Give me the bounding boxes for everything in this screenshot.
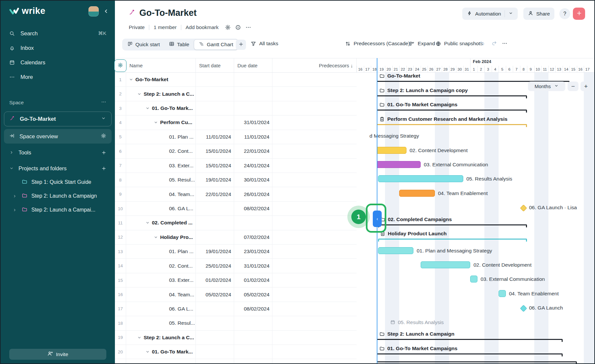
sidebar-project-item[interactable]: Step 2: Launch a Campaign — [1, 189, 115, 203]
start-date-cell[interactable]: 11/01/2024 — [196, 130, 234, 144]
summary-bar[interactable] — [377, 353, 563, 356]
predecessors-cell[interactable] — [272, 230, 357, 244]
due-date-cell[interactable]: 22/01/2024 — [234, 144, 272, 158]
table-row[interactable]: 1402. Cont...25/01/202431/01/2024 — [115, 259, 357, 273]
table-row[interactable]: 301. Go-To Mark... — [115, 101, 357, 116]
due-date-cell[interactable]: 08/02/2024 — [234, 302, 272, 316]
task-name-cell[interactable]: 01. Go-To Mark... — [126, 101, 196, 115]
start-date-cell[interactable]: 01/02/2024 — [196, 273, 234, 287]
gantt-bar[interactable] — [470, 276, 477, 282]
table-row[interactable]: 2001. Go-To Mark... — [115, 345, 357, 359]
expand-button[interactable]: Expand — [409, 41, 435, 47]
task-name-cell[interactable]: 04. Team... — [126, 287, 196, 301]
settings-gear-icon[interactable] — [225, 24, 231, 30]
predecessors-cell[interactable] — [272, 101, 357, 115]
sidebar-project-item[interactable]: Step 2: Launch a Campai... — [1, 203, 115, 217]
summary-bar[interactable] — [378, 224, 527, 227]
sidebar-collapse-button[interactable] — [103, 8, 109, 16]
redo-button[interactable] — [491, 41, 497, 46]
task-name-cell[interactable]: 01. Go-To Mark... — [126, 345, 196, 359]
due-date-cell[interactable] — [234, 359, 272, 363]
summary-bar[interactable] — [377, 361, 577, 363]
predecessors-cell[interactable] — [272, 345, 357, 359]
task-name-cell[interactable]: Perform Cu... — [126, 116, 196, 129]
table-row[interactable]: 1503. Exter...01/02/202401/02/2024 — [115, 273, 357, 287]
gantt-bar[interactable] — [378, 247, 414, 254]
due-date-cell[interactable]: 31/01/2024 — [234, 116, 272, 129]
task-name-cell[interactable]: 03. Exter... — [126, 159, 196, 173]
tab-quick-start[interactable]: Quick start — [123, 39, 164, 50]
automation-button[interactable]: Automation — [462, 8, 518, 20]
predecessors-cell[interactable] — [272, 359, 357, 363]
gantt-bar[interactable] — [421, 261, 471, 268]
due-date-cell[interactable]: 01/02/2024 — [234, 273, 272, 287]
task-name-cell[interactable]: 05. Resul... — [126, 173, 196, 187]
due-date-cell[interactable] — [234, 316, 272, 330]
predecessors-cell[interactable] — [272, 159, 357, 173]
table-row[interactable]: 602. Cont...15/01/202422/01/2024 — [115, 144, 357, 158]
chevron-down-icon[interactable] — [508, 11, 513, 17]
due-date-cell[interactable] — [234, 101, 272, 115]
predecessors-cell[interactable] — [272, 331, 357, 345]
gear-icon[interactable] — [101, 133, 106, 140]
start-date-cell[interactable] — [196, 316, 234, 330]
start-date-cell[interactable] — [196, 331, 234, 345]
summary-bar[interactable] — [377, 95, 527, 98]
start-date-cell[interactable] — [196, 202, 234, 215]
start-date-cell[interactable] — [196, 345, 234, 359]
table-row[interactable]: 805. Resul...19/01/202430/01/2024 — [115, 173, 357, 187]
sidebar-item-tools[interactable]: Tools — [1, 146, 115, 159]
due-date-cell[interactable]: 08/02/2024 — [234, 202, 272, 215]
predecessors-cell[interactable] — [272, 130, 357, 144]
due-date-cell[interactable]: 07/02/2024 — [234, 230, 272, 244]
sidebar-item-projects-and-folders[interactable]: Projects and folders — [1, 161, 115, 175]
help-button[interactable]: ? — [559, 8, 570, 19]
task-name-cell[interactable]: 06. GA L... — [126, 202, 196, 215]
table-row[interactable]: 1006. GA L...08/02/2024 — [115, 202, 357, 216]
task-name-cell[interactable] — [126, 359, 196, 363]
due-date-cell[interactable]: 31/01/2024 — [234, 259, 272, 273]
invite-button[interactable]: Invite — [9, 349, 106, 360]
table-row[interactable]: 1805. Resul... — [115, 316, 357, 330]
gantt-bar[interactable] — [377, 161, 421, 168]
gantt-bar[interactable] — [399, 190, 435, 197]
table-row[interactable]: 904. Team...22/01/202426/01/2024 — [115, 187, 357, 201]
space-selector[interactable]: Go-To-Market — [4, 112, 112, 126]
column-header-due-date[interactable]: Due date — [234, 58, 272, 72]
due-date-cell[interactable] — [234, 345, 272, 359]
table-row[interactable]: 1102. Completed ... — [115, 216, 357, 230]
task-name-cell[interactable]: 06. GA L... — [126, 302, 196, 316]
add-button[interactable] — [573, 8, 585, 20]
user-avatar[interactable] — [88, 6, 99, 17]
predecessors-cell[interactable] — [272, 144, 357, 158]
zoom-level-select[interactable]: Months — [528, 82, 565, 91]
start-date-cell[interactable] — [196, 101, 234, 115]
due-date-cell[interactable]: 26/01/2024 — [234, 187, 272, 201]
table-row[interactable] — [115, 359, 357, 363]
table-row[interactable]: 2Step 2: Launch a C... — [115, 87, 357, 101]
table-row[interactable]: 4Perform Cu...31/01/2024 — [115, 116, 357, 130]
start-date-cell[interactable]: 22/01/2024 — [196, 187, 234, 201]
column-header-name[interactable]: Name — [126, 58, 196, 72]
start-date-cell[interactable] — [196, 216, 234, 230]
predecessors-cell[interactable] — [272, 302, 357, 316]
table-row[interactable]: 1Go-To-Market — [115, 73, 357, 87]
sidebar-item-more[interactable]: More — [1, 70, 115, 84]
start-date-cell[interactable] — [196, 230, 234, 244]
filter-all-tasks-button[interactable]: All tasks — [251, 41, 278, 47]
public-snapshots-button[interactable]: Public snapshots — [436, 41, 483, 47]
due-date-cell[interactable]: 24/01/2024 — [234, 159, 272, 173]
column-settings-button[interactable] — [114, 59, 126, 72]
task-name-cell[interactable]: Step 2: Launch a C... — [126, 331, 196, 345]
gantt-bar[interactable] — [377, 147, 406, 154]
info-icon[interactable] — [235, 24, 241, 30]
due-date-cell[interactable] — [234, 216, 272, 230]
task-name-cell[interactable]: 03. Exter... — [126, 273, 196, 287]
task-name-cell[interactable]: 04. Team... — [126, 187, 196, 201]
start-date-cell[interactable]: 05/02/2024 — [196, 287, 234, 301]
undo-button[interactable] — [479, 41, 485, 46]
zoom-out-button[interactable]: − — [568, 82, 578, 91]
add-bookmark-link[interactable]: Add bookmark — [186, 24, 219, 30]
sidebar-item-inbox[interactable]: Inbox — [1, 41, 115, 55]
summary-bar[interactable] — [377, 339, 563, 342]
